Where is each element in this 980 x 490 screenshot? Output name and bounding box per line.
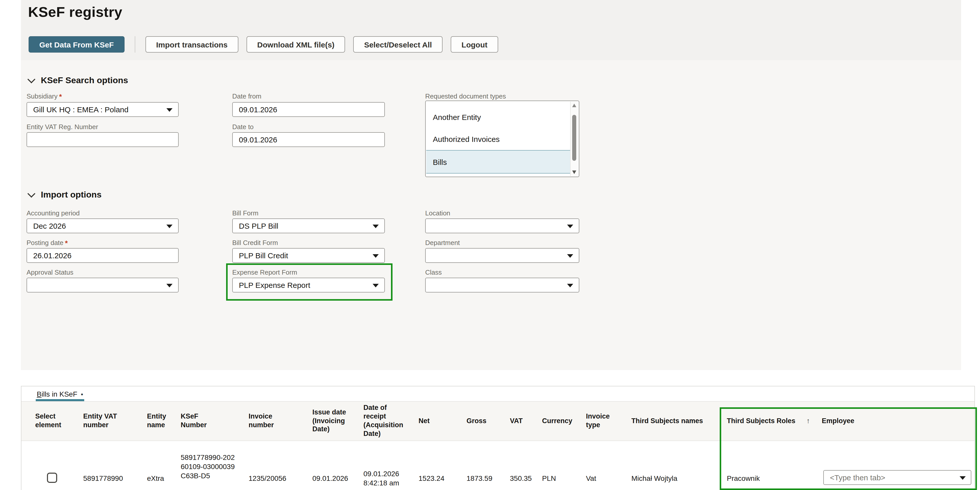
ksef-search-options-heading: KSeF Search options	[41, 76, 128, 86]
col-header-third-subjects-roles[interactable]: Third Subjects Roles	[727, 401, 803, 441]
tab-bills-in-ksef[interactable]: Bills in KSeF•	[37, 390, 83, 398]
doc-type-option-bills[interactable]: Bills	[426, 150, 570, 173]
posting-date-label: Posting date*	[27, 239, 68, 247]
logout-button[interactable]: Logout	[451, 36, 498, 52]
toolbar: Get Data From KSeF Import transactions D…	[29, 36, 498, 52]
cell-vat: 350.35	[510, 474, 532, 483]
date-from-label: Date from	[232, 92, 261, 100]
expense-report-form-value: PLP Expense Report	[239, 281, 310, 290]
col-header-gross[interactable]: Gross	[466, 401, 495, 441]
bill-credit-form-select[interactable]: PLP Bill Credit	[232, 248, 385, 263]
department-label: Department	[425, 239, 460, 247]
cell-gross: 1873.59	[466, 474, 492, 483]
bill-credit-form-label: Bill Credit Form	[232, 239, 278, 247]
import-options-section-header[interactable]: Import options	[29, 190, 102, 200]
doc-type-option-authorized-invoices[interactable]: Authorized Invoices	[426, 128, 570, 150]
cell-net: 1523.24	[418, 474, 444, 483]
bill-form-value: DS PLP Bill	[239, 221, 278, 230]
scrollbar-thumb[interactable]	[572, 115, 576, 161]
accounting-period-label: Accounting period	[27, 209, 80, 217]
department-select[interactable]	[425, 248, 579, 263]
dropdown-caret-icon	[372, 254, 379, 258]
col-header-date-of-receipt[interactable]: Date of receipt (Acquisition Date)	[363, 401, 409, 441]
required-asterisk: *	[59, 92, 62, 100]
location-label: Location	[425, 209, 450, 217]
ksef-registry-page: KSeF registry Get Data From KSeF Import …	[0, 0, 980, 490]
col-header-entity-name[interactable]: Entity name	[147, 401, 173, 441]
date-from-input[interactable]	[232, 102, 385, 117]
dropdown-caret-icon	[959, 476, 966, 479]
approval-status-select[interactable]	[27, 278, 179, 293]
chevron-down-icon	[27, 189, 35, 197]
bills-table-container: Bills in KSeF• Select element Entity VAT…	[21, 386, 975, 490]
col-header-entity-vat-number[interactable]: Entity VAT number	[83, 401, 120, 441]
import-transactions-button[interactable]: Import transactions	[145, 36, 239, 52]
col-header-invoice-type[interactable]: Invoice type	[586, 401, 617, 441]
bill-form-select[interactable]: DS PLP Bill	[232, 218, 385, 233]
dropdown-caret-icon	[166, 108, 172, 111]
dropdown-caret-icon	[166, 283, 172, 287]
scroll-down-icon[interactable]	[572, 170, 576, 174]
chevron-down-icon	[27, 75, 35, 83]
scroll-up-icon[interactable]	[572, 103, 576, 107]
download-xml-button[interactable]: Download XML file(s)	[247, 36, 345, 52]
class-label: Class	[425, 269, 442, 276]
col-header-currency[interactable]: Currency	[542, 401, 578, 441]
approval-status-label: Approval Status	[27, 269, 73, 276]
row-select-checkbox[interactable]	[47, 473, 57, 483]
cell-date-of-receipt: 09.01.2026 8:42:18 am	[363, 469, 412, 488]
sort-ascending-icon[interactable]: ↑	[807, 401, 817, 441]
ksef-search-options-section-header[interactable]: KSeF Search options	[29, 76, 128, 86]
cell-entity-vat-number: 5891778990	[83, 474, 123, 483]
required-asterisk: *	[65, 239, 68, 247]
active-tab-underline	[36, 399, 84, 401]
cell-invoice-number: 1235/20056	[248, 474, 286, 483]
col-header-net[interactable]: Net	[418, 401, 444, 441]
employee-input[interactable]	[823, 470, 971, 485]
col-header-invoice-number[interactable]: Invoice number	[248, 401, 284, 441]
bill-credit-form-value: PLP Bill Credit	[239, 251, 288, 260]
dropdown-caret-icon	[166, 224, 172, 228]
accounting-period-value: Dec 2026	[33, 221, 66, 230]
select-deselect-all-button[interactable]: Select/Deselect All	[353, 36, 443, 52]
tab-dirty-indicator: •	[81, 390, 83, 398]
doc-type-option-another-entity[interactable]: Another Entity	[426, 106, 570, 128]
expense-report-form-select[interactable]: PLP Expense Report	[232, 278, 385, 293]
doc-types-listbox[interactable]: Another Entity Authorized Invoices Bills	[425, 100, 579, 177]
get-data-from-ksef-button[interactable]: Get Data From KSeF	[29, 36, 124, 52]
col-header-select-element[interactable]: Select element	[35, 401, 66, 441]
posting-date-input[interactable]	[27, 248, 179, 263]
subsidiary-select[interactable]: Gill UK HQ : EMEA : Poland	[27, 102, 179, 117]
col-header-vat[interactable]: VAT	[510, 401, 533, 441]
cell-issue-date: 09.01.2026	[312, 474, 348, 483]
entity-vat-label: Entity VAT Reg. Number	[27, 123, 98, 130]
entity-vat-input[interactable]	[27, 132, 179, 147]
bill-form-label: Bill Form	[232, 209, 259, 217]
accounting-period-select[interactable]: Dec 2026	[27, 218, 179, 233]
listbox-scrollbar[interactable]	[570, 102, 578, 176]
subsidiary-label: Subsidiary*	[27, 92, 62, 100]
col-header-third-subjects-names[interactable]: Third Subjects names	[632, 401, 721, 441]
col-header-employee[interactable]: Employee	[822, 401, 873, 441]
class-select[interactable]	[425, 278, 579, 293]
page-title: KSeF registry	[28, 4, 122, 21]
col-header-ksef-number[interactable]: KSeF Number	[181, 401, 221, 441]
cell-ksef-number: 5891778990-20260109-03000039C63B-D5	[181, 453, 238, 480]
dropdown-caret-icon	[372, 283, 379, 287]
date-to-label: Date to	[232, 123, 254, 130]
cell-currency: PLN	[542, 474, 556, 483]
dropdown-caret-icon	[567, 254, 573, 258]
doc-types-label: Requested document types	[425, 92, 506, 100]
cell-invoice-type: Vat	[586, 474, 596, 483]
expense-report-form-label: Expense Report Form	[232, 269, 297, 276]
cell-third-subjects-names: Michał Wojtyla	[632, 474, 677, 483]
import-options-heading: Import options	[41, 190, 102, 200]
dropdown-caret-icon	[567, 283, 573, 287]
location-select[interactable]	[425, 218, 579, 233]
date-to-input[interactable]	[232, 132, 385, 147]
employee-combobox[interactable]	[823, 470, 971, 485]
dropdown-caret-icon	[372, 224, 379, 228]
cell-third-subjects-roles: Pracownik	[727, 474, 760, 483]
col-header-issue-date[interactable]: Issue date (Invoicing Date)	[312, 401, 353, 441]
cell-entity-name: eXtra	[147, 474, 164, 483]
